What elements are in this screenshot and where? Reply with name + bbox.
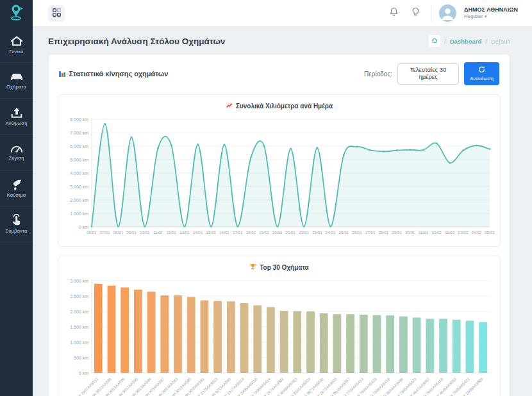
svg-text:2.500 km: 2.500 km bbox=[70, 294, 88, 299]
svg-text:30/01: 30/01 bbox=[405, 230, 415, 235]
sidebar-item-general[interactable]: Γενικά bbox=[0, 27, 33, 63]
svg-text:25/01: 25/01 bbox=[339, 230, 349, 235]
svg-text:12/01: 12/01 bbox=[166, 230, 176, 235]
sidebar-item-vehicles[interactable]: Οχήματα bbox=[0, 63, 33, 99]
svg-text:18/01: 18/01 bbox=[246, 230, 256, 235]
svg-text:22/01: 22/01 bbox=[299, 230, 309, 235]
breadcrumb-home-link[interactable] bbox=[429, 35, 440, 47]
bar-chart[interactable]: 3.000 km2.500 km2.000 km1.500 km1.000 km… bbox=[65, 276, 495, 396]
period-label: Περίοδος: bbox=[364, 70, 392, 78]
svg-text:13/01: 13/01 bbox=[179, 230, 190, 235]
trophy-icon bbox=[249, 263, 256, 272]
sidebar-item-label: Οχήματα bbox=[6, 84, 26, 90]
app-logo[interactable] bbox=[0, 0, 33, 27]
line-chart-card: Συνολικά Χιλιόμετρα ανά Ημέρα 8.000 km7.… bbox=[58, 94, 501, 247]
sidebar-item-lifting[interactable]: Ανύψωση bbox=[0, 99, 33, 135]
user-menu[interactable]: ΔΗΜΟΣ ΑΘΗΝΑΙΩΝ Register ▾ bbox=[464, 6, 518, 19]
svg-text:2.000 km: 2.000 km bbox=[70, 198, 88, 202]
sidebar-item-label: Ανύψωση bbox=[5, 120, 27, 126]
svg-text:03/02: 03/02 bbox=[458, 230, 469, 235]
svg-text:27/01: 27/01 bbox=[365, 230, 376, 235]
sidebar-item-events[interactable]: Συμβάντα bbox=[0, 206, 33, 242]
svg-text:21/01: 21/01 bbox=[286, 230, 296, 235]
gauge-icon bbox=[10, 144, 24, 153]
breadcrumb-separator: / bbox=[485, 38, 487, 45]
svg-text:1.000 km: 1.000 km bbox=[70, 340, 88, 345]
bar-chart-title: Top 30 Οχήματα bbox=[260, 264, 309, 271]
app-grid-button[interactable] bbox=[48, 5, 65, 22]
ideas-button[interactable] bbox=[409, 6, 423, 21]
sidebar-item-fuel[interactable]: Καύσιμα bbox=[0, 170, 33, 206]
svg-text:31/01: 31/01 bbox=[419, 230, 429, 235]
breadcrumb-separator: / bbox=[444, 38, 446, 45]
bar-chart-card: Top 30 Οχήματα 3.000 km2.500 km2.000 km1… bbox=[58, 256, 501, 396]
user-name: ΔΗΜΟΣ ΑΘΗΝΑΙΩΝ bbox=[464, 6, 518, 13]
home-icon bbox=[431, 37, 438, 45]
header-divider bbox=[431, 6, 431, 21]
sidebar: Γενικά Οχήματα Ανύψωση Ζύγιση Καύσιμα Συ… bbox=[0, 0, 33, 396]
svg-text:7.000 km: 7.000 km bbox=[70, 131, 88, 135]
page-title: Επιχειρησιακή Ανάλυση Στόλου Οχημάτων bbox=[48, 37, 225, 46]
lift-icon bbox=[10, 107, 23, 119]
bar-chart-icon bbox=[59, 70, 65, 77]
svg-text:04/02: 04/02 bbox=[472, 230, 482, 235]
notifications-button[interactable] bbox=[387, 6, 401, 21]
svg-text:1.500 km: 1.500 km bbox=[70, 325, 88, 329]
svg-text:16/01: 16/01 bbox=[219, 230, 229, 235]
stats-panel: Στατιστικά κίνησης οχημάτων Περίοδος: Τε… bbox=[48, 54, 510, 396]
svg-text:0 km: 0 km bbox=[79, 371, 88, 375]
car-icon bbox=[10, 72, 24, 82]
svg-text:09/01: 09/01 bbox=[126, 230, 137, 235]
period-select[interactable]: Τελευταίες 30 ημέρες bbox=[397, 63, 459, 85]
svg-text:08/01: 08/01 bbox=[113, 230, 124, 235]
topbar: ΔΗΜΟΣ ΑΘΗΝΑΙΩΝ Register ▾ bbox=[33, 0, 532, 27]
tap-icon bbox=[10, 214, 23, 226]
svg-text:14/01: 14/01 bbox=[193, 230, 203, 235]
lightbulb-icon bbox=[411, 6, 420, 20]
svg-text:11/01: 11/01 bbox=[153, 230, 163, 235]
map-pin-logo-icon bbox=[8, 3, 25, 24]
svg-text:24/01: 24/01 bbox=[326, 230, 336, 235]
svg-text:500 km: 500 km bbox=[74, 356, 88, 360]
svg-text:6.000 km: 6.000 km bbox=[70, 144, 88, 149]
svg-text:5.000 km: 5.000 km bbox=[70, 158, 88, 162]
svg-text:19/01: 19/01 bbox=[259, 230, 269, 235]
avatar[interactable] bbox=[439, 4, 456, 22]
svg-text:10/01: 10/01 bbox=[140, 230, 150, 235]
svg-text:26/01: 26/01 bbox=[352, 230, 362, 235]
svg-text:06/01: 06/01 bbox=[87, 230, 97, 235]
line-chart[interactable]: 8.000 km7.000 km6.000 km5.000 km4.000 km… bbox=[65, 114, 495, 240]
sidebar-item-label: Καύσιμα bbox=[7, 192, 26, 198]
svg-text:05/02: 05/02 bbox=[485, 230, 495, 235]
fuel-icon bbox=[10, 178, 23, 190]
svg-text:07/01: 07/01 bbox=[100, 230, 110, 235]
refresh-button[interactable]: Ανανέωση bbox=[464, 62, 499, 85]
svg-text:1.000 km: 1.000 km bbox=[70, 211, 88, 216]
line-chart-title: Συνολικά Χιλιόμετρα ανά Ημέρα bbox=[236, 103, 333, 110]
sidebar-item-label: Ζύγιση bbox=[8, 155, 24, 161]
svg-text:15/01: 15/01 bbox=[206, 230, 217, 235]
sidebar-item-label: Συμβάντα bbox=[5, 228, 27, 234]
svg-text:4.000 km: 4.000 km bbox=[70, 171, 88, 176]
home-icon bbox=[10, 35, 24, 47]
user-role: Register bbox=[464, 13, 483, 19]
refresh-icon bbox=[478, 66, 485, 74]
bell-icon bbox=[388, 6, 399, 20]
svg-text:3.000 km: 3.000 km bbox=[70, 185, 88, 189]
breadcrumb: / Dashboard / Default bbox=[429, 35, 510, 47]
svg-text:02/02: 02/02 bbox=[445, 230, 455, 235]
svg-text:20/01: 20/01 bbox=[272, 230, 283, 235]
sidebar-item-weighing[interactable]: Ζύγιση bbox=[0, 135, 33, 170]
svg-text:17/01: 17/01 bbox=[233, 230, 243, 235]
grid-icon bbox=[53, 8, 61, 19]
svg-text:28/01: 28/01 bbox=[379, 230, 389, 235]
svg-text:29/01: 29/01 bbox=[392, 230, 402, 235]
breadcrumb-default: Default bbox=[491, 38, 510, 45]
refresh-label: Ανανέωση bbox=[470, 76, 494, 81]
chevron-down-icon: ▾ bbox=[485, 14, 487, 19]
panel-title: Στατιστικά κίνησης οχημάτων bbox=[69, 70, 169, 78]
breadcrumb-dashboard[interactable]: Dashboard bbox=[450, 38, 482, 45]
svg-text:01/02: 01/02 bbox=[431, 230, 442, 235]
content-area: Επιχειρησιακή Ανάλυση Στόλου Οχημάτων / … bbox=[33, 27, 532, 396]
svg-text:8.000 km: 8.000 km bbox=[70, 117, 88, 122]
